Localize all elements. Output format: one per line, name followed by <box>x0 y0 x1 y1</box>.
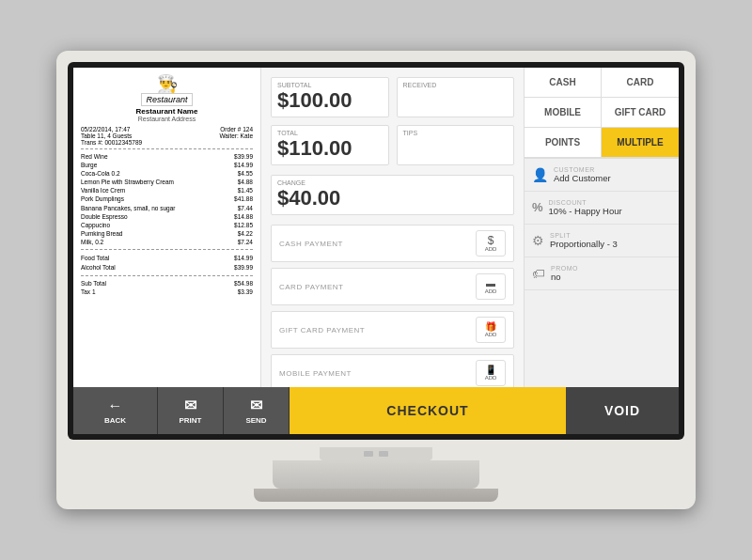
monitor-outer: 👨‍🍳 Restaurant Restaurant Name Restauran… <box>56 51 696 509</box>
receipt-item-4: Vanilla Ice Crem$1.45 <box>81 186 253 194</box>
payment-type-grid: CASH CARD MOBILE GIFT CARD POINTS MULTIP… <box>525 68 679 159</box>
discount-option[interactable]: % DISCOUNT 10% - Happy Hour <box>525 192 679 225</box>
amount-section-top: SUBTOTAL $100.00 RECEIVED <box>271 77 514 117</box>
screen-content: 👨‍🍳 Restaurant Restaurant Name Restauran… <box>73 68 679 387</box>
print-icon: ✉ <box>184 397 196 414</box>
option-rows: 👤 CUSTOMER Add Customer % DISCOUNT <box>525 159 679 387</box>
stand-foot <box>254 489 498 502</box>
receipt-item-8: Cappucino$12.85 <box>81 221 253 229</box>
receipt-totals: Food Total$14.99 Alcohol Total$39.99 Sub… <box>81 254 253 297</box>
card-type-button[interactable]: CARD <box>602 68 679 98</box>
receipt-header: 👨‍🍳 Restaurant Restaurant Name Restauran… <box>81 75 253 122</box>
receipt-item-0: Red Wine$39.99 <box>81 152 253 161</box>
card-payment-row[interactable]: CARD PAYMENT ▬ ADD <box>271 268 514 305</box>
monitor-stand <box>68 440 684 509</box>
screen: 👨‍🍳 Restaurant Restaurant Name Restauran… <box>73 68 679 434</box>
cash-add-button[interactable]: $ ADD <box>476 230 506 257</box>
giftcard-type-button[interactable]: GIFT CARD <box>602 98 679 128</box>
receipt-item-10: Milk, 0.2$7.24 <box>81 238 253 246</box>
tips-box: TIPS <box>397 125 515 165</box>
usb-port-1 <box>364 451 373 457</box>
screen-bezel: 👨‍🍳 Restaurant Restaurant Name Restauran… <box>68 62 684 440</box>
void-button[interactable]: VOID <box>566 387 679 434</box>
receipt-item-1: Burge$14.99 <box>81 161 253 169</box>
back-button[interactable]: ← BACK <box>73 387 158 434</box>
receipt-divider-bottom <box>81 249 253 250</box>
monitor: 👨‍🍳 Restaurant Restaurant Name Restauran… <box>56 51 696 509</box>
receipt-order: Order # 124 Waiter: Kate <box>219 126 253 146</box>
cash-payment-row[interactable]: CASH PAYMENT $ ADD <box>271 225 514 262</box>
usb-port-2 <box>379 451 388 457</box>
receipt-item-6: Banana Pancakes, small, no sugar$7.44 <box>81 204 253 212</box>
subtotal-box: SUBTOTAL $100.00 <box>271 77 389 117</box>
customer-option[interactable]: 👤 CUSTOMER Add Customer <box>525 159 679 192</box>
multiple-type-button[interactable]: MULTIPLE <box>602 128 679 158</box>
mobile-type-button[interactable]: MOBILE <box>525 98 602 128</box>
options-panel: CASH CARD MOBILE GIFT CARD POINTS MULTIP… <box>524 68 679 387</box>
receipt-item-7: Double Espresso$14.88 <box>81 212 253 221</box>
giftcard-add-button[interactable]: 🎁 ADD <box>476 317 506 343</box>
restaurant-address: Restaurant Address <box>81 116 253 122</box>
stand-neck <box>320 447 432 460</box>
cash-type-button[interactable]: CASH <box>525 68 602 98</box>
receipt-item-5: Pork Dumplings$41.88 <box>81 194 253 203</box>
receipt-items: Red Wine$39.99 Burge$14.99 Coca-Cola 0.2… <box>81 152 253 246</box>
amount-section-mid: TOTAL $110.00 TIPS <box>271 125 514 165</box>
receipt-logo: Restaurant <box>141 93 192 106</box>
discount-icon: % <box>532 200 543 214</box>
split-option[interactable]: ⚙ SPLIT Proportionally - 3 <box>525 225 679 257</box>
receipt-panel: 👨‍🍳 Restaurant Restaurant Name Restauran… <box>73 68 261 387</box>
receipt-item-2: Coca-Cola 0.2$4.55 <box>81 169 253 178</box>
promo-icon: 🏷 <box>532 266 545 281</box>
stand-base <box>273 460 479 489</box>
receipt-date: 05/22/2014, 17:47 Table 11, 4 Guests Tra… <box>81 126 142 146</box>
receipt-item-9: Pumking Bread$4.22 <box>81 229 253 238</box>
points-type-button[interactable]: POINTS <box>525 128 602 158</box>
send-icon: ✉ <box>250 397 262 414</box>
giftcard-payment-row[interactable]: GIFT CARD PAYMENT 🎁 ADD <box>271 311 514 349</box>
customer-icon: 👤 <box>532 167 548 182</box>
restaurant-name: Restaurant Name <box>81 107 253 116</box>
send-button[interactable]: ✉ SEND <box>224 387 290 434</box>
payment-panel: SUBTOTAL $100.00 RECEIVED TOTAL $ <box>261 68 524 387</box>
chef-icon: 👨‍🍳 <box>81 75 253 92</box>
receipt-item-3: Lemon Pie with Strawberry Cream$4.88 <box>81 178 253 186</box>
print-button[interactable]: ✉ PRINT <box>158 387 224 434</box>
total-box: TOTAL $110.00 <box>271 125 389 165</box>
bottom-bar: ← BACK ✉ PRINT ✉ SEND CHECKOUT <box>73 387 679 434</box>
received-box: RECEIVED <box>397 77 515 117</box>
promo-option[interactable]: 🏷 PROMO no <box>525 257 679 290</box>
checkout-button[interactable]: CHECKOUT <box>290 387 566 434</box>
mobile-payment-row[interactable]: MOBILE PAYMENT 📱 ADD <box>271 354 514 387</box>
card-add-button[interactable]: ▬ ADD <box>476 273 506 300</box>
receipt-divider-top <box>81 148 253 149</box>
mobile-add-button[interactable]: 📱 ADD <box>476 360 506 386</box>
back-icon: ← <box>108 397 123 414</box>
change-box: CHANGE $40.00 <box>271 175 514 215</box>
split-icon: ⚙ <box>532 233 544 248</box>
